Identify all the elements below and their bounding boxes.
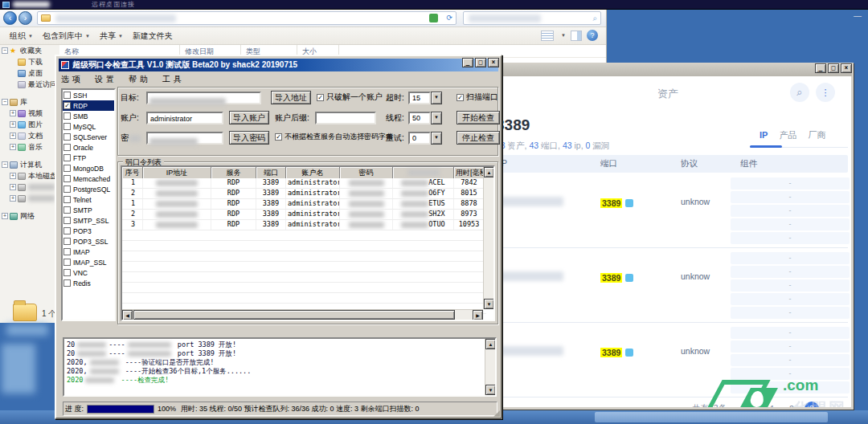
checkbox-unchecked-icon[interactable] xyxy=(63,196,71,203)
threads-select[interactable]: 50 ▼ xyxy=(408,112,442,124)
checkbox-checked-icon[interactable]: ✓ xyxy=(63,102,71,109)
auto-dict-checkbox[interactable]: ✓ 不根据检查服务自动选择密码字典 xyxy=(275,132,393,142)
checkbox-unchecked-icon[interactable] xyxy=(63,269,71,276)
organize-button[interactable]: 组织▼ xyxy=(10,31,33,42)
tab-IP[interactable]: IP xyxy=(760,130,768,140)
results-column-header[interactable]: 序号 xyxy=(122,167,143,178)
checkbox-unchecked-icon[interactable] xyxy=(63,217,71,224)
browser-titlebar[interactable] xyxy=(484,64,852,76)
protocol-item-MySQL[interactable]: MySQL xyxy=(63,121,114,132)
scroll-up-icon[interactable]: ▲ xyxy=(484,167,494,177)
protocol-item-IMAP[interactable]: IMAP xyxy=(63,247,114,257)
menu-item-帮助[interactable]: 帮助 xyxy=(129,74,151,85)
new-folder-button[interactable]: 新建文件夹 xyxy=(133,31,173,42)
sidebar-item-桌面[interactable]: 桌面 xyxy=(0,67,59,79)
tab-产品[interactable]: 产品 xyxy=(779,129,796,141)
scroll-down-icon[interactable]: ▼ xyxy=(484,299,494,309)
close-button[interactable]: × xyxy=(488,58,499,67)
scroll-up-icon[interactable]: ▲ xyxy=(485,339,496,349)
protocol-item-SQLServer[interactable]: SQLServer xyxy=(63,132,114,142)
checkbox-unchecked-icon[interactable] xyxy=(63,248,71,255)
sidebar-item-计算机[interactable]: −计算机 xyxy=(0,159,59,170)
sidebar-item-文档[interactable]: +文档 xyxy=(0,130,59,141)
protocol-item-PostgreSQL[interactable]: PostgreSQL xyxy=(63,184,114,194)
taskbar-open-window-button[interactable] xyxy=(595,412,828,422)
horizontal-scrollbar[interactable]: ◀ ▶ xyxy=(122,309,483,320)
help-icon[interactable]: ? xyxy=(587,30,598,41)
password-input[interactable] xyxy=(146,132,223,145)
port-link-icon[interactable] xyxy=(625,199,633,207)
scan-port-checkbox[interactable]: ✓ 扫描端口 xyxy=(457,92,498,103)
forward-icon[interactable]: › xyxy=(18,11,32,25)
checkbox-unchecked-icon[interactable] xyxy=(63,206,71,214)
page-1[interactable]: 1 xyxy=(766,404,779,407)
asset-row[interactable]: 3389unknow----- xyxy=(493,327,848,395)
page-2[interactable]: 2 xyxy=(785,404,798,407)
account-input[interactable]: administrator xyxy=(146,112,223,124)
desktop-folder-icon[interactable] xyxy=(13,304,37,321)
results-column-header[interactable]: IP地址 xyxy=(143,167,211,178)
resize-grip[interactable] xyxy=(493,410,500,417)
sidebar-item-drive[interactable]: + xyxy=(0,193,59,204)
checkbox-unchecked-icon[interactable] xyxy=(63,175,71,182)
import-passwords-button[interactable]: 导入密码 xyxy=(229,131,269,145)
tool-titlebar[interactable]: 超级弱口令检查工具 V1.0 测试版 Beta20 by shack2 2019… xyxy=(59,59,498,71)
port-link-icon[interactable] xyxy=(625,349,633,357)
expand-icon[interactable]: + xyxy=(10,144,16,150)
page-3[interactable]: 3 xyxy=(805,402,819,407)
import-accounts-button[interactable]: 导入账户 xyxy=(229,111,269,124)
table-row[interactable]: 2RDP3389administratorO6FY8015 xyxy=(122,189,493,199)
protocol-item-VNC[interactable]: VNC xyxy=(63,267,114,278)
chevron-down-icon[interactable]: ▼ xyxy=(431,92,442,104)
scroll-down-icon[interactable]: ▼ xyxy=(485,385,496,395)
results-column-header[interactable]: 用时[毫秒] xyxy=(454,167,485,178)
protocol-item-MongoDB[interactable]: MongoDB xyxy=(63,163,114,173)
tab-厂商[interactable]: 厂商 xyxy=(808,129,825,141)
target-input[interactable] xyxy=(146,92,261,104)
protocol-item-SSH[interactable]: SSH xyxy=(63,90,114,100)
expand-icon[interactable]: + xyxy=(10,121,16,128)
asset-row[interactable]: 3389unknow----- xyxy=(493,177,848,246)
minimize-button[interactable]: _ xyxy=(462,58,473,67)
expand-icon[interactable]: + xyxy=(10,184,16,190)
protocol-item-POP3_SSL[interactable]: POP3_SSL xyxy=(63,236,114,247)
menu-item-设置[interactable]: 设置 xyxy=(95,74,117,85)
sidebar-item-网络[interactable]: +网络 xyxy=(0,210,59,222)
minimize-button[interactable]: _ xyxy=(815,63,826,73)
pagination-prev-icon[interactable]: ‹ xyxy=(747,404,760,407)
table-row[interactable]: 3RDP3389administratorOTUO10953 xyxy=(122,220,493,230)
address-bar[interactable]: ⟳ xyxy=(37,11,457,25)
collapse-icon[interactable]: − xyxy=(2,99,8,105)
checkbox-unchecked-icon[interactable] xyxy=(63,92,71,99)
protocol-item-Memcached[interactable]: Memcached xyxy=(63,173,114,184)
protocol-item-Oracle[interactable]: Oracle xyxy=(63,142,114,153)
search-input[interactable]: ⌕ xyxy=(463,11,601,25)
preview-pane-icon[interactable] xyxy=(571,31,582,41)
rdp-client-titlebar[interactable]: 远程桌面连接 xyxy=(0,0,868,10)
vertical-scrollbar[interactable]: ▲ ▼ xyxy=(483,167,493,309)
retry-select[interactable]: 0 ▼ xyxy=(408,132,442,145)
include-in-library-button[interactable]: 包含到库中▼ xyxy=(43,31,90,42)
desktop-icon-blurred[interactable] xyxy=(2,344,35,393)
maximize-button[interactable]: □ xyxy=(828,63,839,73)
search-icon[interactable]: ⌕ xyxy=(790,83,809,102)
sidebar-item-本地磁盘[interactable]: +本地磁盘 xyxy=(0,170,59,181)
checkbox-unchecked-icon[interactable] xyxy=(63,238,71,245)
share-button[interactable]: 共享▼ xyxy=(100,31,123,42)
table-row[interactable]: 1RDP3389administratorETUS8878 xyxy=(122,199,493,210)
menu-item-工具[interactable]: 工具 xyxy=(162,74,185,85)
asset-row[interactable]: 3389unknow----- xyxy=(493,252,848,320)
results-column-header[interactable]: 服务 xyxy=(211,167,256,178)
sidebar-item-下载[interactable]: 下载 xyxy=(0,56,59,67)
kebab-menu-icon[interactable]: ⋮ xyxy=(816,83,835,102)
sidebar-item-库[interactable]: −库 xyxy=(0,96,59,108)
checkbox-unchecked-icon[interactable] xyxy=(63,123,71,130)
port-value[interactable]: 3389 xyxy=(600,348,622,357)
protocol-item-Telnet[interactable]: Telnet xyxy=(63,194,114,205)
protocol-item-FTP[interactable]: FTP xyxy=(63,153,114,163)
port-link-icon[interactable] xyxy=(625,274,633,282)
protocol-item-POP3[interactable]: POP3 xyxy=(63,226,114,236)
chevron-down-icon[interactable]: ▼ xyxy=(431,132,442,145)
collapse-icon[interactable]: − xyxy=(2,47,8,54)
import-targets-button[interactable]: 导入地址 xyxy=(271,91,311,104)
